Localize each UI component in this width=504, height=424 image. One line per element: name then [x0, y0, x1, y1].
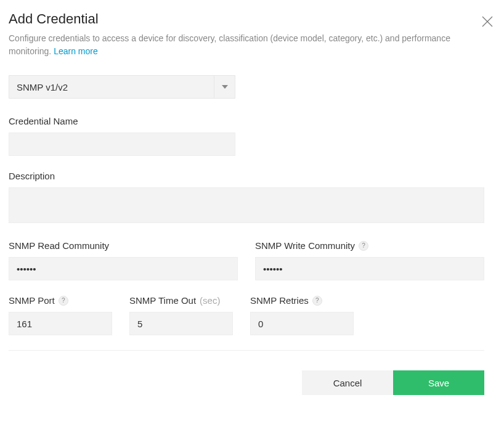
- snmp-read-community-input[interactable]: [9, 257, 238, 280]
- cancel-button[interactable]: Cancel: [302, 370, 393, 395]
- snmp-write-community-label: SNMP Write Community: [255, 240, 355, 251]
- snmp-timeout-input[interactable]: [129, 312, 233, 335]
- page-title: Add Credential: [9, 11, 99, 27]
- close-button[interactable]: [479, 14, 495, 32]
- divider: [9, 350, 484, 351]
- credential-type-value: SNMP v1/v2: [9, 76, 214, 98]
- chevron-down-icon: [214, 76, 235, 98]
- learn-more-link[interactable]: Learn more: [54, 46, 98, 56]
- help-icon[interactable]: ?: [359, 241, 368, 251]
- snmp-retries-label: SNMP Retries: [250, 295, 309, 306]
- description-input[interactable]: [9, 187, 484, 223]
- snmp-write-community-input[interactable]: [255, 257, 484, 280]
- snmp-port-input[interactable]: [9, 312, 112, 335]
- page-subtitle: Configure credentials to access a device…: [9, 32, 495, 58]
- snmp-timeout-label: SNMP Time Out: [129, 295, 196, 306]
- snmp-port-label: SNMP Port: [9, 295, 55, 306]
- help-icon[interactable]: ?: [312, 296, 322, 306]
- credential-type-select[interactable]: SNMP v1/v2: [9, 75, 235, 99]
- snmp-read-community-label: SNMP Read Community: [9, 240, 109, 251]
- description-label: Description: [9, 171, 484, 181]
- snmp-timeout-hint: (sec): [200, 295, 220, 306]
- close-icon: [482, 18, 493, 29]
- snmp-retries-input[interactable]: [250, 312, 354, 335]
- credential-name-input[interactable]: [9, 132, 235, 156]
- credential-name-label: Credential Name: [9, 116, 495, 126]
- save-button[interactable]: Save: [393, 370, 484, 395]
- help-icon[interactable]: ?: [59, 296, 68, 306]
